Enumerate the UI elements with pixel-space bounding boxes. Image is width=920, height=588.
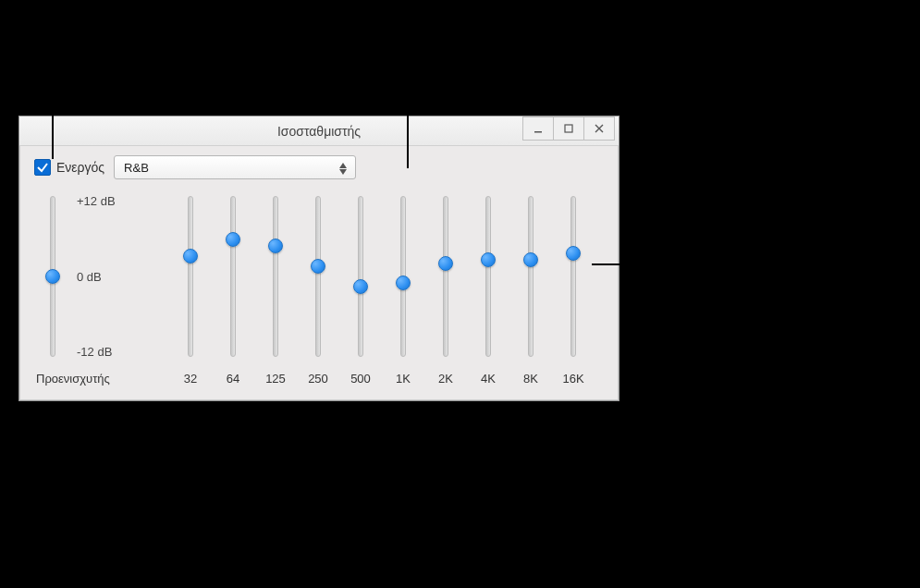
- equalizer-window: Ισοσταθμιστής Ενεργός R&B: [18, 116, 619, 401]
- db-label-bottom: -12 dB: [77, 345, 158, 359]
- band-label-250: 250: [308, 372, 328, 386]
- callout-line: [52, 85, 54, 159]
- check-icon: [36, 161, 49, 174]
- controls-row: Ενεργός R&B: [19, 146, 619, 183]
- svg-rect-0: [534, 131, 542, 133]
- band-slider-4K[interactable]: [482, 189, 495, 364]
- band-label-8K: 8K: [523, 372, 538, 386]
- band-4K: 4K: [478, 189, 498, 386]
- band-slider-1K[interactable]: [397, 189, 410, 364]
- titlebar: Ισοσταθμιστής: [19, 116, 619, 146]
- band-label-500: 500: [350, 372, 371, 386]
- band-250: 250: [308, 189, 328, 386]
- band-label-32: 32: [184, 372, 197, 386]
- band-500: 500: [350, 189, 371, 386]
- svg-rect-1: [565, 125, 572, 132]
- db-label-mid: 0 dB: [77, 270, 158, 284]
- band-label-4K: 4K: [481, 372, 496, 386]
- enable-label: Ενεργός: [56, 160, 104, 175]
- maximize-button[interactable]: [553, 116, 584, 141]
- band-label-125: 125: [265, 372, 286, 386]
- preamp-label: Προενισχυτής: [36, 372, 110, 386]
- band-2K: 2K: [435, 189, 456, 386]
- band-slider-500[interactable]: [354, 189, 367, 364]
- window-title: Ισοσταθμιστής: [277, 124, 361, 139]
- band-slider-16K[interactable]: [567, 189, 580, 364]
- chevron-updown-icon: [335, 158, 351, 178]
- preamp-slider[interactable]: [46, 189, 59, 364]
- band-label-16K: 16K: [562, 372, 583, 386]
- band-label-64: 64: [227, 372, 239, 386]
- band-slider-125[interactable]: [269, 189, 282, 364]
- frequency-bands: 32641252505001K2K4K8K16K: [158, 189, 583, 386]
- enable-checkbox-group: Ενεργός: [34, 159, 104, 176]
- maximize-icon: [563, 123, 574, 134]
- callout-line: [407, 85, 409, 168]
- band-slider-32[interactable]: [184, 189, 197, 364]
- band-slider-250[interactable]: [312, 189, 325, 364]
- close-icon: [594, 123, 605, 134]
- minimize-icon: [533, 123, 544, 134]
- band-slider-2K[interactable]: [439, 189, 452, 364]
- preamp-column: +12 dB 0 dB -12 dB Προενισχυτής: [34, 189, 158, 386]
- minimize-button[interactable]: [522, 116, 554, 141]
- band-125: 125: [265, 189, 286, 386]
- band-64: 64: [223, 189, 243, 386]
- band-32: 32: [180, 189, 201, 386]
- band-1K: 1K: [393, 189, 413, 386]
- equalizer-area: +12 dB 0 dB -12 dB Προενισχυτής 32641252…: [19, 183, 619, 400]
- db-scale-labels: +12 dB 0 dB -12 dB: [71, 189, 158, 364]
- band-8K: 8K: [521, 189, 541, 386]
- preset-selected-value: R&B: [124, 161, 149, 175]
- callout-line: [377, 435, 379, 497]
- db-label-top: +12 dB: [77, 194, 158, 208]
- callout-line: [52, 405, 54, 497]
- band-slider-64[interactable]: [227, 189, 239, 364]
- svg-marker-3: [339, 169, 347, 175]
- preset-select[interactable]: R&B: [114, 155, 356, 179]
- band-16K: 16K: [563, 189, 583, 386]
- enable-checkbox[interactable]: [34, 159, 51, 176]
- callout-line: [592, 263, 647, 265]
- bands-bracket: [165, 420, 592, 435]
- band-label-1K: 1K: [396, 372, 411, 386]
- close-button[interactable]: [583, 116, 615, 141]
- svg-marker-2: [339, 163, 347, 168]
- band-slider-8K[interactable]: [524, 189, 537, 364]
- window-controls: [523, 116, 615, 141]
- band-label-2K: 2K: [438, 372, 453, 386]
